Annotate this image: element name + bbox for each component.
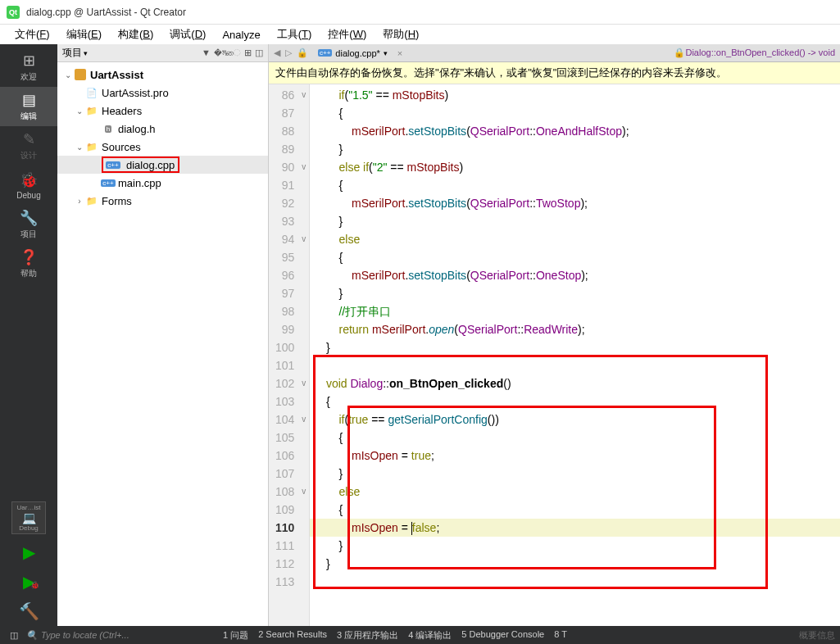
tree-dialog-h[interactable]: hdialog.h: [57, 120, 268, 138]
tree-root[interactable]: ⌄UartAssist: [57, 66, 268, 84]
code-line[interactable]: mSerilPort.setStopBits(QSerialPort::OneS…: [310, 266, 840, 284]
menu-build[interactable]: 构建(B): [110, 27, 161, 42]
code-line[interactable]: mIsOpen = true;: [310, 447, 840, 465]
code-line[interactable]: else: [310, 483, 840, 501]
output-pane-tab[interactable]: 1 问题: [223, 629, 248, 642]
mode-projects[interactable]: 🔧项目: [0, 205, 57, 244]
target-selector[interactable]: Uar…ist 💻 Debug: [11, 501, 46, 534]
output-pane-tab[interactable]: 4 编译输出: [408, 629, 452, 642]
output-panes: 1 问题2 Search Results3 应用程序输出4 编译输出5 Debu…: [223, 629, 567, 642]
menu-edit[interactable]: 编辑(E): [58, 27, 110, 42]
output-pane-tab[interactable]: 8 T: [554, 629, 567, 642]
menu-help[interactable]: 帮助(H): [375, 27, 427, 42]
code-line[interactable]: }: [310, 140, 840, 158]
symbol-breadcrumb[interactable]: 🔒Dialog::on_BtnOpen_clicked() -> void: [674, 48, 835, 58]
qt-icon: Qt: [7, 6, 20, 19]
code-line[interactable]: {: [310, 429, 840, 447]
code-line[interactable]: }: [310, 338, 840, 356]
tab-close-icon[interactable]: ×: [397, 48, 402, 58]
code-line[interactable]: else if("2" == mStopBits): [310, 158, 840, 176]
code-editor[interactable]: 86v87888990v91929394v9596979899100101102…: [269, 84, 840, 626]
code-line[interactable]: {: [310, 248, 840, 266]
nav-fwd-icon[interactable]: ▷: [285, 48, 292, 58]
output-pane-tab[interactable]: 3 应用程序输出: [337, 629, 398, 642]
tree-main-cpp[interactable]: c++main.cpp: [57, 174, 268, 192]
tree-pro-file[interactable]: 📄UartAssist.pro: [57, 84, 268, 102]
code-line[interactable]: if("1.5" == mStopBits): [310, 86, 840, 104]
tree-forms[interactable]: ›📁Forms: [57, 192, 268, 210]
code-line[interactable]: }: [310, 284, 840, 302]
toggle-sidebar-icon[interactable]: ◫: [5, 628, 23, 642]
output-pane-tab[interactable]: 5 Debugger Console: [461, 629, 544, 642]
statusbar: ◫ 🔍 Type to locate (Ctrl+... 1 问题2 Searc…: [0, 626, 840, 644]
debug-run-button[interactable]: ▶🐞: [0, 567, 57, 596]
code-line[interactable]: [310, 573, 840, 591]
code-line[interactable]: {: [310, 392, 840, 410]
sidebar-view-selector[interactable]: 项目 ▾: [62, 46, 88, 60]
code-line[interactable]: }: [310, 212, 840, 230]
output-pane-tab[interactable]: 2 Search Results: [258, 629, 327, 642]
restore-warning: 文件由自动保存的备份恢复。选择"保存"来确认，或者"恢复"回滚到已经保存的内容来…: [269, 62, 840, 84]
menu-tools[interactable]: 工具(T): [269, 27, 320, 42]
editor-tab[interactable]: c++dialog.cpp*▾: [313, 48, 393, 58]
code-line[interactable]: return mSerilPort.open(QSerialPort::Read…: [310, 320, 840, 338]
code-line[interactable]: mSerilPort.setStopBits(QSerialPort::OneA…: [310, 122, 840, 140]
mode-welcome[interactable]: ⊞欢迎: [0, 48, 57, 87]
editor-area: ◀ ▷ 🔒 c++dialog.cpp*▾ × 🔒Dialog::on_BtnO…: [269, 44, 840, 626]
menubar: 文件(F) 编辑(E) 构建(B) 调试(D) Analyze 工具(T) 控件…: [0, 25, 840, 44]
code-line[interactable]: mSerilPort.setStopBits(QSerialPort::TwoS…: [310, 194, 840, 212]
code-line[interactable]: else: [310, 230, 840, 248]
project-tree: ⌄UartAssist 📄UartAssist.pro ⌄📁Headers hd…: [57, 62, 268, 626]
locator-input[interactable]: 🔍 Type to locate (Ctrl+...: [26, 630, 215, 641]
link-icon[interactable]: �মை: [214, 48, 241, 58]
split-icon[interactable]: ◫: [255, 48, 263, 58]
code-line[interactable]: if(true == getSerialPortConfig()): [310, 410, 840, 429]
nav-back-icon[interactable]: ◀: [274, 48, 280, 58]
mode-bar: ⊞欢迎 ▤编辑 ✎设计 🐞Debug 🔧项目 ❓帮助 Uar…ist 💻 Deb…: [0, 44, 57, 626]
mode-design[interactable]: ✎设计: [0, 126, 57, 166]
titlebar: Qt dialog.cpp @ UartAssist - Qt Creator: [0, 0, 840, 25]
code-line[interactable]: [310, 356, 840, 374]
code-line[interactable]: mIsOpen = false;: [310, 519, 840, 537]
code-line[interactable]: {: [310, 104, 840, 122]
watermark: 概要信息: [799, 629, 835, 642]
code-line[interactable]: //打开串口: [310, 302, 840, 320]
project-sidebar: 项目 ▾ ▼ �মை ⊞ ◫ ⌄UartAssist 📄UartAssist.p…: [57, 44, 269, 626]
menu-analyze[interactable]: Analyze: [214, 29, 268, 41]
code-line[interactable]: }: [310, 537, 840, 555]
filter-icon[interactable]: ▼: [202, 48, 211, 58]
menu-debug[interactable]: 调试(D): [161, 27, 214, 42]
tree-dialog-cpp[interactable]: c++dialog.cpp: [57, 156, 268, 174]
code-line[interactable]: }: [310, 555, 840, 573]
run-button[interactable]: ▶: [0, 537, 57, 567]
mode-edit[interactable]: ▤编辑: [0, 87, 57, 126]
code-line[interactable]: {: [310, 501, 840, 519]
code-line[interactable]: }: [310, 465, 840, 483]
mode-debug[interactable]: 🐞Debug: [0, 166, 57, 205]
menu-file[interactable]: 文件(F): [7, 27, 58, 42]
build-button[interactable]: 🔨: [0, 596, 57, 626]
editor-toolbar: ◀ ▷ 🔒 c++dialog.cpp*▾ × 🔒Dialog::on_BtnO…: [269, 44, 840, 62]
sidebar-header: 项目 ▾ ▼ �মை ⊞ ◫: [57, 44, 268, 62]
lock-icon[interactable]: 🔒: [297, 48, 308, 58]
mode-help[interactable]: ❓帮助: [0, 244, 57, 283]
code-line[interactable]: {: [310, 176, 840, 194]
tree-headers[interactable]: ⌄📁Headers: [57, 102, 268, 120]
code-line[interactable]: void Dialog::on_BtnOpen_clicked(): [310, 374, 840, 392]
add-icon[interactable]: ⊞: [244, 48, 252, 58]
line-gutter: 86v87888990v91929394v9596979899100101102…: [269, 84, 310, 626]
tree-sources[interactable]: ⌄📁Sources: [57, 138, 268, 156]
code-content[interactable]: if("1.5" == mStopBits) { mSerilPort.setS…: [310, 84, 840, 626]
window-title: dialog.cpp @ UartAssist - Qt Creator: [26, 7, 186, 18]
menu-widgets[interactable]: 控件(W): [320, 27, 375, 42]
